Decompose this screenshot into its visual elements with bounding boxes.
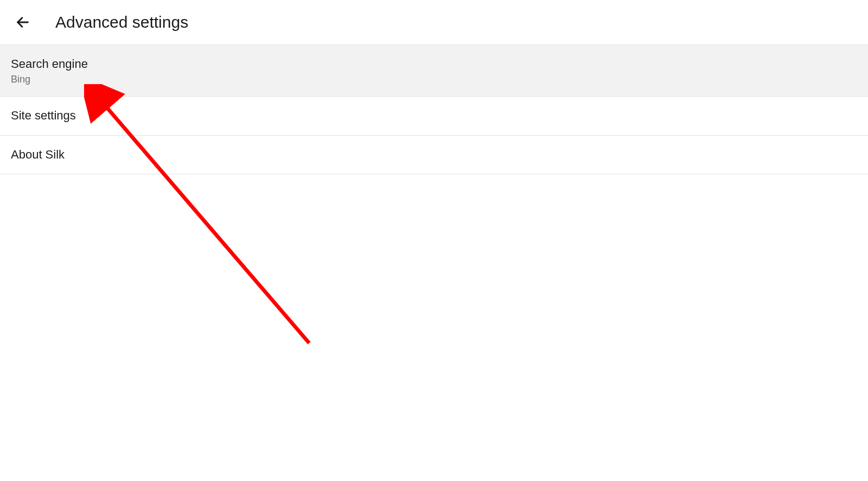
setting-item-search-engine[interactable]: Search engine Bing — [0, 45, 868, 97]
settings-list: Search engine Bing Site settings About S… — [0, 45, 868, 174]
header: Advanced settings — [0, 0, 868, 45]
page-title: Advanced settings — [55, 13, 188, 31]
setting-item-about-silk[interactable]: About Silk — [0, 136, 868, 175]
back-arrow-icon[interactable] — [13, 12, 33, 32]
setting-item-site-settings[interactable]: Site settings — [0, 97, 868, 136]
setting-label: Site settings — [11, 107, 857, 124]
setting-label: About Silk — [11, 147, 857, 163]
setting-value: Bing — [11, 74, 857, 85]
setting-label: Search engine — [11, 56, 857, 73]
